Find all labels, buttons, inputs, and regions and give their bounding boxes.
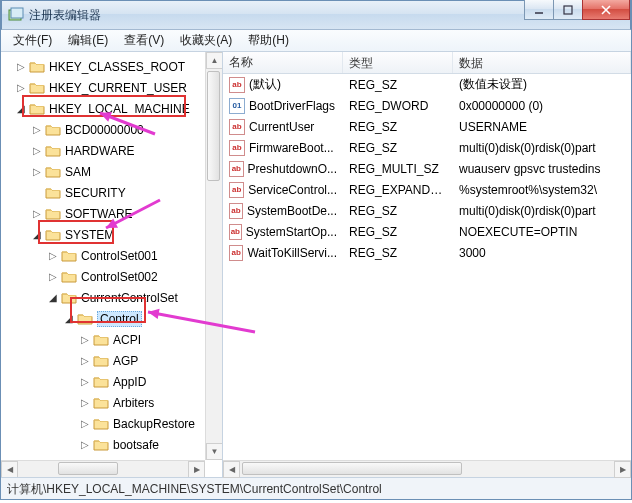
tree-label: SYSTEM — [65, 228, 114, 242]
tree-item[interactable]: ▷ControlSet001 — [1, 245, 222, 266]
menu-edit[interactable]: 编辑(E) — [60, 30, 116, 51]
tree-vscroll[interactable]: ▲ ▼ — [205, 52, 222, 460]
tree-item[interactable]: ▷Arbiters — [1, 392, 222, 413]
collapse-icon[interactable]: ◢ — [63, 313, 75, 325]
list-row[interactable]: SystemStartOp...REG_SZ NOEXECUTE=OPTIN — [223, 221, 631, 242]
tree[interactable]: ▷HKEY_CLASSES_ROOT▷HKEY_CURRENT_USER◢HKE… — [1, 52, 222, 477]
list-row[interactable]: BootDriverFlagsREG_DWORD0x00000000 (0) — [223, 95, 631, 116]
list-row[interactable]: (默认)REG_SZ(数值未设置) — [223, 74, 631, 95]
col-name[interactable]: 名称 — [223, 52, 343, 73]
value-data: 3000 — [453, 246, 631, 260]
scroll-right-icon[interactable]: ▶ — [188, 461, 205, 478]
tree-item[interactable]: ▷AGP — [1, 350, 222, 371]
tree-item[interactable]: ▷HKEY_CLASSES_ROOT — [1, 56, 222, 77]
value-type: REG_SZ — [343, 225, 453, 239]
list-row[interactable]: PreshutdownO...REG_MULTI_SZwuauserv gpsv… — [223, 158, 631, 179]
scroll-thumb[interactable] — [242, 462, 462, 475]
tree-label: BackupRestore — [113, 417, 195, 431]
tree-label: bootsafe — [113, 438, 159, 452]
collapse-icon[interactable]: ◢ — [15, 103, 27, 115]
list-hscroll[interactable]: ◀ ▶ — [223, 460, 631, 477]
tree-label: BCD00000000 — [65, 123, 144, 137]
value-name: ServiceControl... — [248, 183, 337, 197]
menubar: 文件(F) 编辑(E) 查看(V) 收藏夹(A) 帮助(H) — [1, 30, 631, 52]
expand-icon[interactable]: ▷ — [31, 145, 43, 157]
tree-item[interactable]: ◢CurrentControlSet — [1, 287, 222, 308]
collapse-icon[interactable]: ◢ — [47, 292, 59, 304]
expand-icon[interactable]: ▷ — [79, 355, 91, 367]
maximize-button[interactable] — [553, 0, 583, 20]
tree-item[interactable]: SECURITY — [1, 182, 222, 203]
menu-view[interactable]: 查看(V) — [116, 30, 172, 51]
titlebar[interactable]: 注册表编辑器 — [1, 0, 631, 30]
expand-icon[interactable]: ▷ — [31, 166, 43, 178]
menu-help[interactable]: 帮助(H) — [240, 30, 297, 51]
string-value-icon — [229, 182, 244, 198]
expand-icon[interactable]: ▷ — [31, 208, 43, 220]
string-value-icon — [229, 245, 243, 261]
list-row[interactable]: FirmwareBoot...REG_SZmulti(0)disk(0)rdis… — [223, 137, 631, 158]
value-name: SystemBootDe... — [247, 204, 337, 218]
tree-item[interactable]: ◢SYSTEM — [1, 224, 222, 245]
tree-item[interactable]: ▷AppID — [1, 371, 222, 392]
menu-favorites[interactable]: 收藏夹(A) — [172, 30, 240, 51]
scroll-left-icon[interactable]: ◀ — [223, 461, 240, 478]
tree-label: HKEY_CURRENT_USER — [49, 81, 187, 95]
tree-label: HKEY_LOCAL_MACHINE — [49, 102, 190, 116]
minimize-button[interactable] — [524, 0, 554, 20]
string-value-icon — [229, 140, 245, 156]
expand-icon[interactable]: ▷ — [79, 418, 91, 430]
expand-icon[interactable]: ▷ — [31, 124, 43, 136]
scroll-thumb[interactable] — [207, 71, 220, 181]
value-name: SystemStartOp... — [246, 225, 337, 239]
svg-rect-3 — [564, 6, 572, 14]
tree-item[interactable]: ▷BCD00000000 — [1, 119, 222, 140]
value-type: REG_SZ — [343, 78, 453, 92]
scroll-down-icon[interactable]: ▼ — [206, 443, 223, 460]
tree-hscroll[interactable]: ◀ ▶ — [1, 460, 205, 477]
expand-icon[interactable]: ▷ — [79, 397, 91, 409]
scroll-up-icon[interactable]: ▲ — [206, 52, 223, 69]
tree-item[interactable]: ▷SAM — [1, 161, 222, 182]
list-body[interactable]: (默认)REG_SZ(数值未设置)BootDriverFlagsREG_DWOR… — [223, 74, 631, 477]
folder-icon — [45, 165, 61, 179]
list-row[interactable]: CurrentUserREG_SZUSERNAME — [223, 116, 631, 137]
tree-item[interactable]: ▷ACPI — [1, 329, 222, 350]
value-name: CurrentUser — [249, 120, 314, 134]
scroll-thumb[interactable] — [58, 462, 118, 475]
folder-icon — [93, 375, 109, 389]
value-type: REG_SZ — [343, 246, 453, 260]
tree-label: CurrentControlSet — [81, 291, 178, 305]
expand-icon[interactable]: ▷ — [79, 334, 91, 346]
expand-icon[interactable]: ▷ — [15, 61, 27, 73]
scroll-right-icon[interactable]: ▶ — [614, 461, 631, 478]
tree-item[interactable]: ▷bootsafe — [1, 434, 222, 455]
expand-icon[interactable]: ▷ — [47, 271, 59, 283]
tree-item[interactable]: ▷HARDWARE — [1, 140, 222, 161]
tree-label: AppID — [113, 375, 146, 389]
expand-icon[interactable]: ▷ — [15, 82, 27, 94]
scroll-left-icon[interactable]: ◀ — [1, 461, 18, 478]
folder-icon — [45, 144, 61, 158]
tree-item[interactable]: ◢HKEY_LOCAL_MACHINE — [1, 98, 222, 119]
tree-item[interactable]: ▷ControlSet002 — [1, 266, 222, 287]
status-path: 计算机\HKEY_LOCAL_MACHINE\SYSTEM\CurrentCon… — [7, 482, 382, 496]
expand-icon[interactable]: ▷ — [47, 250, 59, 262]
list-pane: 名称 类型 数据 (默认)REG_SZ(数值未设置)BootDriverFlag… — [223, 52, 631, 477]
menu-file[interactable]: 文件(F) — [5, 30, 60, 51]
col-type[interactable]: 类型 — [343, 52, 453, 73]
tree-item-selected[interactable]: ◢Control — [1, 308, 222, 329]
list-row[interactable]: WaitToKillServi...REG_SZ3000 — [223, 242, 631, 263]
list-row[interactable]: ServiceControl...REG_EXPAND_SZ%systemroo… — [223, 179, 631, 200]
list-row[interactable]: SystemBootDe...REG_SZmulti(0)disk(0)rdis… — [223, 200, 631, 221]
tree-item[interactable]: ▷SOFTWARE — [1, 203, 222, 224]
collapse-icon[interactable]: ◢ — [31, 229, 43, 241]
expand-icon[interactable]: ▷ — [79, 439, 91, 451]
tree-label: ControlSet002 — [81, 270, 158, 284]
col-data[interactable]: 数据 — [453, 52, 631, 73]
expand-icon[interactable]: ▷ — [79, 376, 91, 388]
folder-icon — [61, 249, 77, 263]
tree-item[interactable]: ▷BackupRestore — [1, 413, 222, 434]
tree-item[interactable]: ▷HKEY_CURRENT_USER — [1, 77, 222, 98]
close-button[interactable] — [582, 0, 630, 20]
